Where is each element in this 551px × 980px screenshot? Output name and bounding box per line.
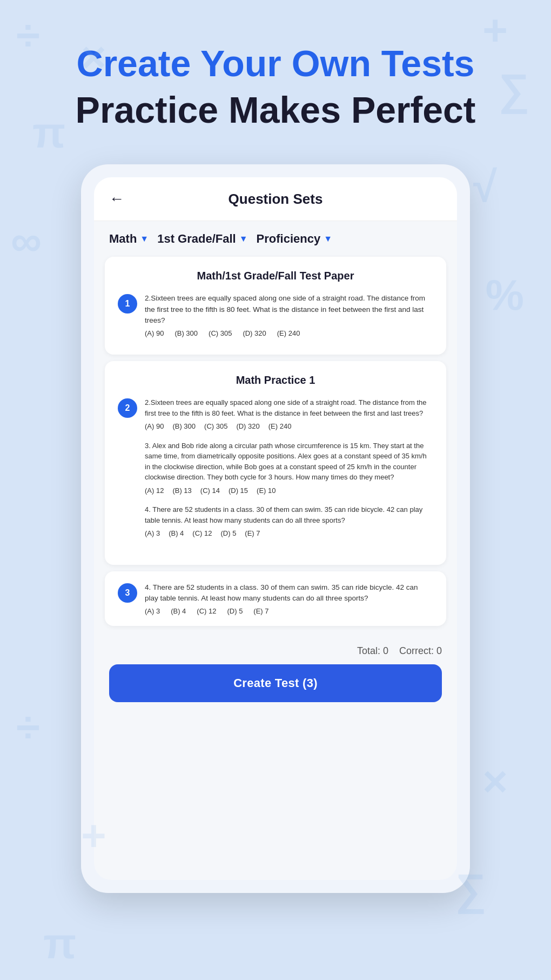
practice-q3-text: 4. There are 52 students in a class. 30 … bbox=[145, 504, 433, 525]
grade-filter-chevron: ▼ bbox=[239, 234, 248, 244]
pq1-opt-a: (A) 90 bbox=[145, 421, 164, 432]
app-screen: ← Question Sets Math ▼ 1st Grade/Fall ▼ … bbox=[94, 177, 457, 880]
grade-filter-button[interactable]: 1st Grade/Fall ▼ bbox=[157, 232, 247, 246]
q3-opt-a: (A) 3 bbox=[145, 607, 160, 615]
practice-q1-text: 2.Sixteen trees are equally spaced along… bbox=[145, 397, 433, 418]
proficiency-filter-button[interactable]: Proficiency ▼ bbox=[257, 232, 332, 246]
pq3-opt-a: (A) 3 bbox=[145, 528, 160, 539]
pq1-opt-c: (C) 305 bbox=[204, 421, 227, 432]
pq2-opt-e: (E) 10 bbox=[257, 485, 276, 496]
question-number-2: 2 bbox=[118, 398, 137, 418]
proficiency-filter-chevron: ▼ bbox=[324, 234, 332, 244]
question-number-1: 1 bbox=[118, 294, 137, 314]
footer-stats: Total: 0 Correct: 0 bbox=[109, 645, 442, 657]
question1-options: (A) 90 (B) 300 (C) 305 (D) 320 (E) 240 bbox=[145, 329, 433, 337]
math-filter-button[interactable]: Math ▼ bbox=[109, 232, 149, 246]
back-button[interactable]: ← bbox=[109, 190, 124, 208]
grade-filter-label: 1st Grade/Fall bbox=[157, 232, 236, 246]
practice-q2-options: (A) 12 (B) 13 (C) 14 (D) 15 (E) 10 bbox=[145, 485, 433, 496]
hero-title-highlight: Your Own Tests bbox=[200, 43, 475, 84]
hero-title-line2: Practice Makes Perfect bbox=[32, 88, 519, 132]
option-c: (C) 305 bbox=[209, 329, 232, 337]
pq3-opt-c: (C) 12 bbox=[192, 528, 212, 539]
card-2: Math Practice 1 2 2.Sixteen trees are eq… bbox=[105, 361, 446, 565]
question-number-3: 3 bbox=[118, 583, 137, 603]
question-item-1: 1 2.Sixteen trees are equally spaced alo… bbox=[118, 293, 433, 337]
question1-content: 2.Sixteen trees are equally spaced along… bbox=[145, 293, 433, 337]
proficiency-filter-label: Proficiency bbox=[257, 232, 321, 246]
page-title: Question Sets bbox=[133, 191, 418, 208]
pq3-opt-e: (E) 7 bbox=[245, 528, 260, 539]
math-filter-label: Math bbox=[109, 232, 137, 246]
pq1-opt-d: (D) 320 bbox=[236, 421, 259, 432]
cards-list: Math/1st Grade/Fall Test Paper 1 2.Sixte… bbox=[94, 257, 457, 637]
q3-opt-c: (C) 12 bbox=[197, 607, 216, 615]
pq3-opt-b: (B) 4 bbox=[169, 528, 184, 539]
question3-content: 4. There are 52 students in a class. 30 … bbox=[145, 582, 433, 616]
q3-opt-b: (B) 4 bbox=[171, 607, 186, 615]
filter-bar: Math ▼ 1st Grade/Fall ▼ Proficiency ▼ bbox=[94, 221, 457, 257]
practice-q2: 3. Alex and Bob ride along a circular pa… bbox=[145, 441, 433, 496]
card1-title: Math/1st Grade/Fall Test Paper bbox=[118, 270, 433, 282]
practice-q2-text: 3. Alex and Bob ride along a circular pa… bbox=[145, 441, 433, 483]
pq2-opt-c: (C) 14 bbox=[200, 485, 220, 496]
pq3-opt-d: (D) 5 bbox=[220, 528, 236, 539]
question1-text: 2.Sixteen trees are equally spaced along… bbox=[145, 293, 433, 326]
total-stat: Total: 0 bbox=[357, 645, 388, 656]
question2-content: 2.Sixteen trees are equally spaced along… bbox=[145, 397, 433, 548]
app-header: ← Question Sets bbox=[94, 177, 457, 221]
card-1: Math/1st Grade/Fall Test Paper 1 2.Sixte… bbox=[105, 257, 446, 355]
pq1-opt-b: (B) 300 bbox=[172, 421, 196, 432]
practice-q3-options: (A) 3 (B) 4 (C) 12 (D) 5 (E) 7 bbox=[145, 528, 433, 539]
pq2-opt-a: (A) 12 bbox=[145, 485, 164, 496]
pq2-opt-b: (B) 13 bbox=[172, 485, 191, 496]
practice-q3: 4. There are 52 students in a class. 30 … bbox=[145, 504, 433, 539]
math-filter-chevron: ▼ bbox=[140, 234, 149, 244]
q3-opt-d: (D) 5 bbox=[227, 607, 243, 615]
pq1-opt-e: (E) 240 bbox=[268, 421, 292, 432]
pq2-opt-d: (D) 15 bbox=[229, 485, 248, 496]
question-item-2: 2 2.Sixteen trees are equally spaced alo… bbox=[118, 397, 433, 548]
practice-q1-options: (A) 90 (B) 300 (C) 305 (D) 320 (E) 240 bbox=[145, 421, 433, 432]
app-footer: Total: 0 Correct: 0 Create Test (3) bbox=[94, 637, 457, 711]
option-a: (A) 90 bbox=[145, 329, 164, 337]
option-b: (B) 300 bbox=[174, 329, 198, 337]
hero-title-static: Create bbox=[77, 43, 200, 84]
q3-opt-e: (E) 7 bbox=[253, 607, 268, 615]
card2-title: Math Practice 1 bbox=[118, 374, 433, 386]
correct-stat: Correct: 0 bbox=[399, 645, 442, 656]
hero-section: Create Your Own Tests Practice Makes Per… bbox=[0, 0, 551, 154]
option-e: (E) 240 bbox=[277, 329, 300, 337]
create-test-button[interactable]: Create Test (3) bbox=[109, 664, 442, 702]
practice-q1: 2.Sixteen trees are equally spaced along… bbox=[145, 397, 433, 432]
hero-title-line1: Create Your Own Tests bbox=[32, 43, 519, 84]
phone-mockup: ← Question Sets Math ▼ 1st Grade/Fall ▼ … bbox=[81, 164, 470, 893]
question3-text: 4. There are 52 students in a class. 30 … bbox=[145, 582, 433, 604]
question3-options: (A) 3 (B) 4 (C) 12 (D) 5 (E) 7 bbox=[145, 607, 433, 615]
card-3: 3 4. There are 52 students in a class. 3… bbox=[105, 571, 446, 626]
option-d: (D) 320 bbox=[243, 329, 266, 337]
